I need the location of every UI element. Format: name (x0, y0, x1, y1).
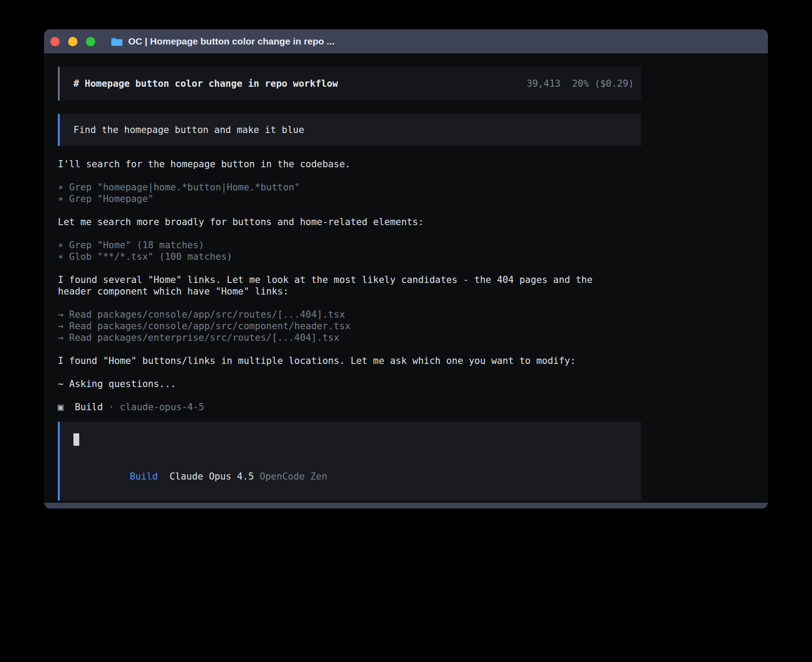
window-title: OC | Homepage button color change in rep… (128, 36, 334, 47)
transcript-line: I found "Home" buttons/links in multiple… (58, 355, 641, 367)
transcript: I'll search for the homepage button in t… (58, 158, 641, 413)
text-span: I'll search for the homepage button in t… (58, 159, 350, 170)
transcript-line: → Read packages/console/app/src/routes/[… (58, 309, 641, 320)
text-span: header component which have "Home" links… (58, 286, 288, 297)
text-span: ∗ Glob "**/*.tsx" (100 matches) (58, 251, 232, 262)
transcript-line (58, 205, 641, 216)
transcript-line: I found several "Home" links. Let me loo… (58, 274, 641, 286)
folder-icon (111, 37, 123, 46)
transcript-line: ~ Asking questions... (58, 378, 641, 390)
input-line[interactable] (73, 433, 634, 448)
close-button[interactable] (50, 37, 60, 46)
context-usage: 20% ($0.29) (572, 78, 634, 89)
agent-model: · claude-opus-4-5 (109, 402, 204, 412)
agent-status-icon: ▣ (58, 402, 64, 412)
transcript-line: Let me search more broadly for buttons a… (58, 216, 641, 228)
transcript-line: → Read packages/console/app/src/componen… (58, 320, 641, 332)
user-message-text: Find the homepage button and make it blu… (73, 125, 304, 135)
transcript-line (58, 170, 641, 182)
transcript-line: ∗ Glob "**/*.tsx" (100 matches) (58, 251, 641, 262)
text-span: → Read packages/console/app/src/routes/[… (58, 309, 345, 320)
input-status-line: BuildClaude Opus 4.5OpenCode Zen (73, 459, 634, 494)
transcript-line: ∗ Grep "homepage|home.*button|Home.*butt… (58, 182, 641, 193)
transcript-line (58, 297, 641, 309)
token-count: 39,413 (527, 78, 560, 89)
desktop: { "colors": { "accent_blue": "#4a8cf7", … (0, 0, 812, 662)
text-span: Let me search more broadly for buttons a… (58, 217, 424, 227)
transcript-line: ∗ Grep "Home" (18 matches) (58, 239, 641, 251)
transcript-line: ▣ Build · claude-opus-4-5 (58, 401, 641, 413)
text-span: ~ Asking questions... (58, 379, 176, 389)
session-title: # Homepage button color change in repo w… (73, 78, 338, 89)
provider-name: OpenCode Zen (260, 471, 327, 482)
text-span: I found "Home" buttons/links in multiple… (58, 355, 576, 366)
session-stats: 39,41320% ($0.29) (527, 78, 634, 89)
text-span: → Read packages/console/app/src/componen… (58, 321, 350, 331)
transcript-line: header component which have "Home" links… (58, 286, 641, 297)
transcript-line (58, 343, 641, 355)
titlebar[interactable]: OC | Homepage button color change in rep… (44, 29, 768, 53)
text-span: I found several "Home" links. Let me loo… (58, 274, 593, 285)
text-span: ∗ Grep "Homepage" (58, 194, 154, 204)
text-span: ∗ Grep "Home" (18 matches) (58, 240, 204, 250)
model-name[interactable]: Claude Opus 4.5 (170, 471, 254, 482)
terminal-content: # Homepage button color change in repo w… (44, 53, 768, 503)
transcript-line: → Read packages/enterprise/src/routes/[.… (58, 332, 641, 343)
transcript-line (58, 367, 641, 378)
text-span: → Read packages/enterprise/src/routes/[.… (58, 332, 339, 343)
agent-name: Build (64, 402, 109, 412)
prompt-input[interactable]: BuildClaude Opus 4.5OpenCode Zen (58, 422, 641, 501)
minimize-button[interactable] (68, 37, 77, 46)
session-header: # Homepage button color change in repo w… (58, 67, 641, 101)
user-message: Find the homepage button and make it blu… (58, 114, 641, 146)
zoom-button[interactable] (86, 37, 95, 46)
text-span: ∗ Grep "homepage|home.*button|Home.*butt… (58, 182, 300, 193)
transcript-line: I'll search for the homepage button in t… (58, 158, 641, 170)
transcript-line (58, 262, 641, 274)
transcript-line: ∗ Grep "Homepage" (58, 193, 641, 205)
terminal-window: OC | Homepage button color change in rep… (44, 29, 768, 509)
text-cursor (73, 433, 79, 446)
transcript-line (58, 228, 641, 239)
transcript-line (58, 390, 641, 401)
agent-mode[interactable]: Build (130, 471, 158, 482)
